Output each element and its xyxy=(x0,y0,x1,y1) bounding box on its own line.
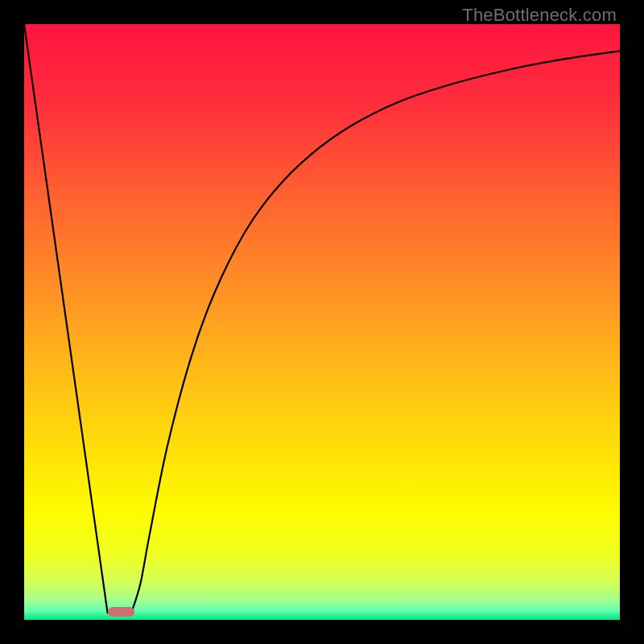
chart-frame: TheBottleneck.com xyxy=(0,0,644,644)
bottleneck-curve xyxy=(24,24,620,620)
plot-area xyxy=(24,24,620,620)
watermark-text: TheBottleneck.com xyxy=(462,5,617,26)
optimal-point-marker xyxy=(108,607,134,617)
